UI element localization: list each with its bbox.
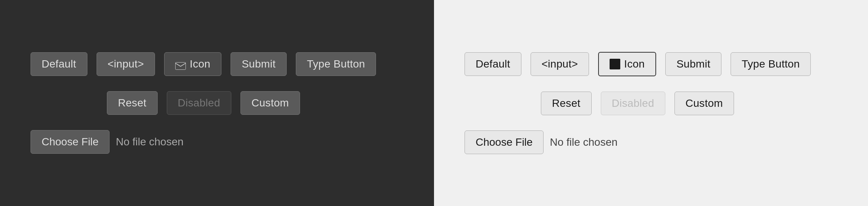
- dark-icon-button[interactable]: Icon: [164, 52, 221, 76]
- svg-rect-0: [176, 63, 186, 70]
- light-reset-button[interactable]: Reset: [541, 92, 592, 115]
- light-panel: Default <input> Icon Submit Type Button …: [434, 0, 868, 206]
- light-no-file-text: No file chosen: [550, 136, 617, 148]
- light-custom-button[interactable]: Custom: [674, 92, 734, 115]
- dark-custom-button[interactable]: Custom: [240, 91, 300, 115]
- light-row-1: Default <input> Icon Submit Type Button: [465, 52, 837, 76]
- dark-type-button-button[interactable]: Type Button: [296, 52, 376, 76]
- dark-icon-label: Icon: [190, 58, 210, 70]
- light-icon-label: Icon: [624, 58, 645, 70]
- light-icon-button[interactable]: Icon: [598, 52, 656, 76]
- dark-panel: Default <input> Icon Submit Type Button …: [0, 0, 434, 206]
- light-row-2: Reset Disabled Custom: [465, 92, 837, 115]
- light-choose-file-button[interactable]: Choose File: [465, 130, 544, 154]
- dark-row-1: Default <input> Icon Submit Type Button: [31, 52, 403, 76]
- dark-default-button[interactable]: Default: [31, 52, 87, 76]
- dark-choose-file-button[interactable]: Choose File: [31, 130, 110, 154]
- light-file-row: Choose File No file chosen: [465, 130, 837, 154]
- dark-disabled-button: Disabled: [167, 91, 231, 115]
- dark-submit-button[interactable]: Submit: [231, 52, 287, 76]
- dark-input-button[interactable]: <input>: [97, 52, 155, 76]
- light-type-button-button[interactable]: Type Button: [731, 52, 811, 76]
- light-disabled-button: Disabled: [601, 92, 665, 115]
- light-default-button[interactable]: Default: [465, 52, 521, 76]
- dark-no-file-text: No file chosen: [116, 136, 183, 148]
- dark-reset-button[interactable]: Reset: [107, 91, 158, 115]
- dark-file-row: Choose File No file chosen: [31, 130, 403, 154]
- mail-icon: [175, 60, 186, 68]
- black-square-icon: [610, 59, 620, 69]
- light-input-button[interactable]: <input>: [531, 52, 589, 76]
- dark-row-2: Reset Disabled Custom: [31, 91, 403, 115]
- light-submit-button[interactable]: Submit: [665, 52, 721, 76]
